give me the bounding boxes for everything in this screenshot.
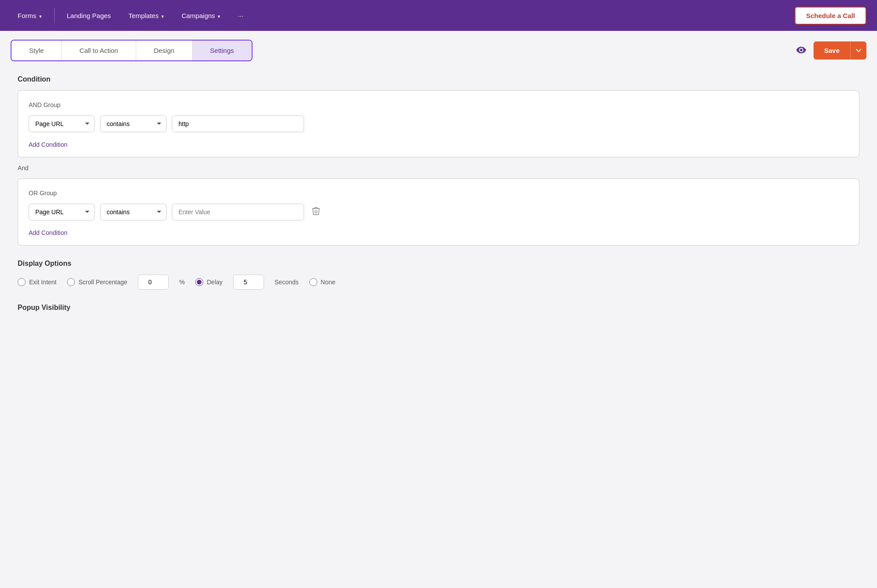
delay-radio[interactable] — [195, 278, 203, 286]
delay-input[interactable] — [233, 275, 264, 290]
or-group: OR Group Page URL Page Title Referrer Co… — [18, 179, 859, 246]
exit-intent-radio[interactable] — [18, 278, 26, 286]
and-condition-row-0: Page URL Page Title Referrer Cookie Cust… — [29, 115, 848, 132]
tab-style[interactable]: Style — [11, 41, 62, 60]
save-dropdown-button[interactable] — [850, 41, 866, 60]
scroll-percentage-label: Scroll Percentage — [78, 279, 127, 286]
eye-icon — [796, 45, 806, 55]
delay-unit: Seconds — [275, 279, 298, 286]
tab-call-to-action[interactable]: Call to Action — [62, 41, 136, 60]
and-group: AND Group Page URL Page Title Referrer C… — [18, 90, 859, 157]
navbar: Forms Landing Pages Templates Campaigns … — [0, 0, 877, 31]
exit-intent-label: Exit Intent — [29, 279, 56, 286]
trash-icon — [312, 207, 320, 216]
or-delete-row-button-0[interactable] — [309, 204, 323, 220]
and-operator-select-0[interactable]: contains does not contain equals starts … — [100, 115, 167, 132]
display-options-title: Display Options — [18, 260, 859, 268]
nav-forms[interactable]: Forms — [11, 8, 49, 23]
popup-visibility-title: Popup Visibility — [18, 304, 859, 312]
campaigns-chevron-icon — [218, 12, 220, 19]
display-options-section: Display Options Exit Intent Scroll Perce… — [18, 260, 859, 290]
or-condition-row-0: Page URL Page Title Referrer Cookie Cust… — [29, 204, 848, 220]
display-options-row: Exit Intent Scroll Percentage % Delay Se… — [18, 275, 859, 290]
or-field-select-0[interactable]: Page URL Page Title Referrer Cookie Cust… — [29, 204, 95, 220]
tabs-actions: Save — [792, 41, 866, 60]
none-label: None — [321, 279, 335, 286]
save-btn-group: Save — [814, 41, 866, 60]
and-field-select-0[interactable]: Page URL Page Title Referrer Cookie Cust… — [29, 115, 95, 132]
save-button[interactable]: Save — [814, 41, 850, 60]
nav-templates[interactable]: Templates — [122, 8, 171, 23]
tab-settings[interactable]: Settings — [193, 41, 252, 60]
scroll-percentage-input[interactable] — [138, 275, 169, 290]
nav-landing-pages[interactable]: Landing Pages — [60, 8, 118, 23]
exit-intent-option[interactable]: Exit Intent — [18, 278, 56, 286]
schedule-call-button[interactable]: Schedule a Call — [795, 7, 866, 25]
condition-section-title: Condition — [18, 75, 859, 83]
main-content: Condition AND Group Page URL Page Title … — [0, 61, 877, 588]
or-value-input-0[interactable] — [172, 204, 304, 220]
popup-visibility-section: Popup Visibility — [18, 304, 859, 312]
or-operator-select-0[interactable]: contains does not contain equals starts … — [100, 204, 167, 220]
preview-button[interactable] — [792, 41, 810, 60]
delay-label: Delay — [207, 279, 223, 286]
nav-more[interactable]: ··· — [231, 8, 251, 23]
nav-campaigns[interactable]: Campaigns — [175, 8, 227, 23]
none-option[interactable]: None — [309, 278, 335, 286]
forms-chevron-icon — [39, 12, 42, 19]
and-value-input-0[interactable] — [172, 115, 304, 132]
or-group-label: OR Group — [29, 190, 848, 197]
or-add-condition-button[interactable]: Add Condition — [29, 227, 67, 238]
scroll-percentage-option[interactable]: Scroll Percentage — [67, 278, 127, 286]
and-group-label: AND Group — [29, 101, 848, 108]
nav-divider — [54, 7, 55, 23]
tab-design[interactable]: Design — [136, 41, 193, 60]
save-chevron-icon — [856, 49, 861, 52]
tabs-bar: Style Call to Action Design Settings Sav… — [0, 31, 877, 61]
scroll-percentage-unit: % — [179, 279, 185, 286]
delay-option[interactable]: Delay — [195, 278, 223, 286]
and-add-condition-button[interactable]: Add Condition — [29, 139, 67, 150]
none-radio[interactable] — [309, 278, 317, 286]
templates-chevron-icon — [161, 12, 164, 19]
tabs-container: Style Call to Action Design Settings — [11, 40, 253, 61]
scroll-percentage-radio[interactable] — [67, 278, 75, 286]
and-separator: And — [18, 164, 859, 171]
